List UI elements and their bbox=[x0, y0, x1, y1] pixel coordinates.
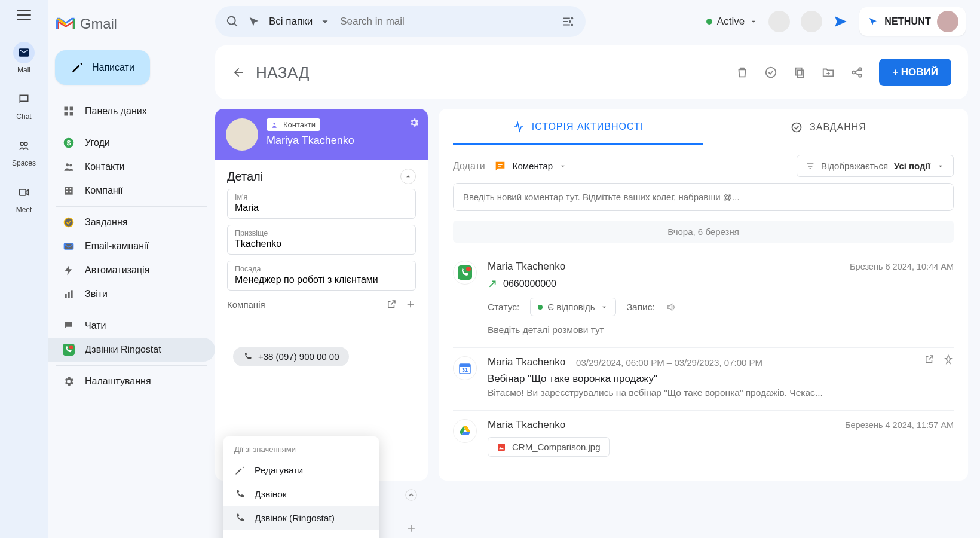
menu-call[interactable]: Дзвінок bbox=[223, 482, 379, 506]
contact-settings-button[interactable] bbox=[409, 117, 419, 130]
svg-rect-27 bbox=[797, 70, 803, 77]
svg-point-22 bbox=[69, 346, 74, 350]
sidebar-item-contacts[interactable]: Контакти bbox=[48, 155, 215, 179]
record-label: Запис: bbox=[627, 302, 655, 313]
share-icon[interactable] bbox=[850, 66, 863, 79]
comment-input[interactable] bbox=[453, 183, 954, 211]
sidebar-item-tasks[interactable]: Завдання bbox=[48, 210, 215, 234]
sidebar-item-label: Чати bbox=[85, 320, 106, 331]
chevron-down-icon bbox=[600, 303, 608, 311]
rail-mail[interactable]: Mail bbox=[13, 42, 35, 74]
sidebar-item-ringostat[interactable]: Дзвінки Ringostat bbox=[48, 338, 215, 362]
ringostat-icon bbox=[62, 343, 75, 356]
collapse-details-button[interactable] bbox=[400, 169, 416, 184]
bolt-icon bbox=[62, 264, 75, 277]
ringostat-icon bbox=[453, 261, 477, 285]
svg-rect-21 bbox=[63, 344, 75, 356]
svg-point-38 bbox=[466, 267, 471, 271]
plus-icon[interactable] bbox=[405, 299, 416, 310]
back-button[interactable] bbox=[232, 66, 245, 79]
filter-icon bbox=[806, 161, 815, 171]
tune-icon[interactable] bbox=[562, 15, 575, 28]
app-icon-placeholder[interactable] bbox=[801, 11, 822, 32]
add-button[interactable] bbox=[405, 522, 417, 534]
search-scope-label: Всі папки bbox=[269, 16, 313, 27]
chats-icon bbox=[62, 319, 75, 332]
menu-item-label: Редагувати bbox=[255, 465, 303, 476]
presence-status[interactable]: Active bbox=[706, 16, 758, 27]
folder-badge-label: Контакти bbox=[283, 120, 316, 129]
rail-chat[interactable]: Chat bbox=[13, 88, 35, 121]
app-icon-placeholder[interactable] bbox=[768, 11, 790, 32]
search-bar[interactable]: Всі папки bbox=[215, 6, 586, 37]
collapse-button[interactable] bbox=[405, 489, 417, 501]
sidebar-item-campaigns[interactable]: Email-кампанії bbox=[48, 234, 215, 258]
user-avatar[interactable] bbox=[937, 11, 958, 32]
rail-spaces[interactable]: Spaces bbox=[12, 135, 36, 167]
file-name: CRM_Comparison.jpg bbox=[512, 442, 601, 452]
cursor-icon bbox=[247, 15, 261, 28]
trash-icon[interactable] bbox=[736, 66, 749, 79]
search-scope[interactable]: Всі папки bbox=[269, 15, 332, 28]
phone-icon bbox=[234, 489, 245, 500]
tab-activity[interactable]: ІСТОРІЯ АКТИВНОСТІ bbox=[453, 109, 703, 145]
tab-tasks[interactable]: ЗАВДАННЯ bbox=[703, 109, 954, 145]
title-input[interactable] bbox=[235, 274, 408, 285]
chat-icon bbox=[13, 88, 35, 110]
menu-filter[interactable]: Фільтрувати по bbox=[223, 530, 379, 538]
gear-icon bbox=[62, 375, 75, 388]
firstname-input[interactable] bbox=[235, 203, 408, 213]
gmail-logo[interactable]: Gmail bbox=[48, 5, 215, 43]
event-timerange: 03/29/2024, 06:00 PM – 03/29/2023, 07:00… bbox=[576, 357, 762, 368]
sidebar-item-label: Компанії bbox=[85, 185, 123, 196]
new-button[interactable]: + НОВИЙ bbox=[879, 59, 951, 86]
open-external-icon[interactable] bbox=[924, 354, 935, 365]
add-comment-button[interactable]: Коментар bbox=[494, 160, 567, 173]
call-phone: 0660000000 bbox=[503, 279, 556, 289]
nethunt-brand[interactable]: NETHUNT bbox=[859, 7, 966, 36]
folder-badge[interactable]: Контакти bbox=[267, 118, 320, 131]
search-icon bbox=[226, 15, 239, 28]
value-actions-menu: Дії зі значеннями Редагувати Дзвінок Дзв… bbox=[223, 436, 379, 538]
compose-button[interactable]: Написати bbox=[55, 50, 150, 85]
chevron-down-icon bbox=[318, 15, 332, 28]
file-attachment[interactable]: CRM_Comparison.jpg bbox=[488, 437, 610, 457]
sidebar-item-settings[interactable]: Налаштування bbox=[48, 369, 215, 393]
event-title: Вебінар "Що таке воронка продажу" bbox=[488, 373, 954, 385]
lastname-label: Призвіще bbox=[235, 229, 408, 237]
calendar-icon: 31 bbox=[453, 356, 477, 380]
status-value: Є відповідь bbox=[547, 302, 595, 312]
menu-edit[interactable]: Редагувати bbox=[223, 458, 379, 482]
svg-point-32 bbox=[274, 122, 276, 124]
search-input[interactable] bbox=[340, 16, 553, 27]
rail-mail-label: Mail bbox=[17, 66, 30, 74]
call-status-select[interactable]: Є відповідь bbox=[530, 298, 615, 316]
sidebar-item-chats[interactable]: Чати bbox=[48, 314, 215, 338]
sidebar-item-reports[interactable]: Звіти bbox=[48, 282, 215, 306]
phone-chip[interactable]: +38 (097) 900 00 00 bbox=[233, 347, 349, 366]
send-icon[interactable] bbox=[833, 14, 849, 29]
svg-point-23 bbox=[571, 17, 574, 20]
chevron-down-icon bbox=[559, 162, 567, 170]
sidebar-item-deals[interactable]: $Угоди bbox=[48, 131, 215, 155]
check-circle-icon[interactable] bbox=[764, 66, 777, 79]
lastname-input[interactable] bbox=[235, 239, 408, 249]
folder-icon[interactable] bbox=[822, 66, 835, 79]
status-dot-icon bbox=[538, 305, 543, 310]
status-label: Active bbox=[717, 16, 745, 27]
menu-button[interactable] bbox=[17, 10, 31, 20]
open-external-icon[interactable] bbox=[386, 299, 397, 310]
sidebar-item-companies[interactable]: Компанії bbox=[48, 179, 215, 203]
rail-meet[interactable]: Meet bbox=[13, 182, 35, 214]
sound-icon[interactable] bbox=[666, 302, 676, 313]
pin-icon[interactable] bbox=[943, 354, 954, 365]
add-label: Додати bbox=[453, 161, 485, 172]
sidebar-item-label: Звіти bbox=[85, 289, 108, 299]
menu-call-ringostat[interactable]: Дзвінок (Ringostat) bbox=[223, 506, 379, 530]
svg-rect-13 bbox=[70, 188, 72, 190]
call-note-input[interactable] bbox=[488, 325, 954, 335]
sidebar-item-dashboard[interactable]: Панель даних bbox=[48, 99, 215, 123]
copy-icon[interactable] bbox=[793, 66, 806, 79]
sidebar-item-automation[interactable]: Автоматизація bbox=[48, 258, 215, 282]
timeline-filter[interactable]: Відображається Усі події bbox=[797, 155, 954, 177]
